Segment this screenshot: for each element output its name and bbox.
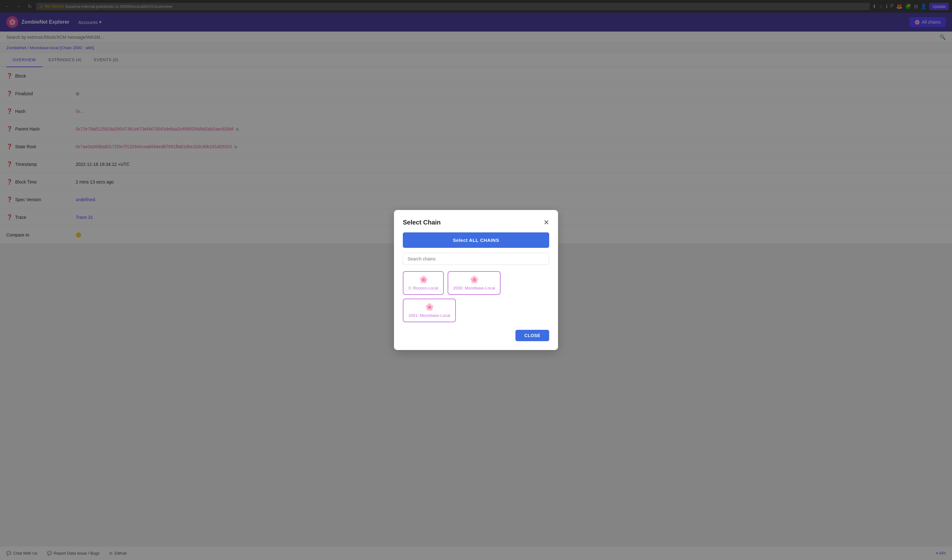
modal-close-button[interactable]: ✕ [544,219,549,226]
modal-title: Select Chain [403,219,440,226]
select-chain-modal: Select Chain ✕ Select ALL CHAINS 🌸 0: Ro… [394,210,558,244]
modal-overlay[interactable]: Select Chain ✕ Select ALL CHAINS 🌸 0: Ro… [0,0,952,244]
modal-header: Select Chain ✕ [403,219,549,226]
select-all-chains-button[interactable]: Select ALL CHAINS [403,232,549,244]
